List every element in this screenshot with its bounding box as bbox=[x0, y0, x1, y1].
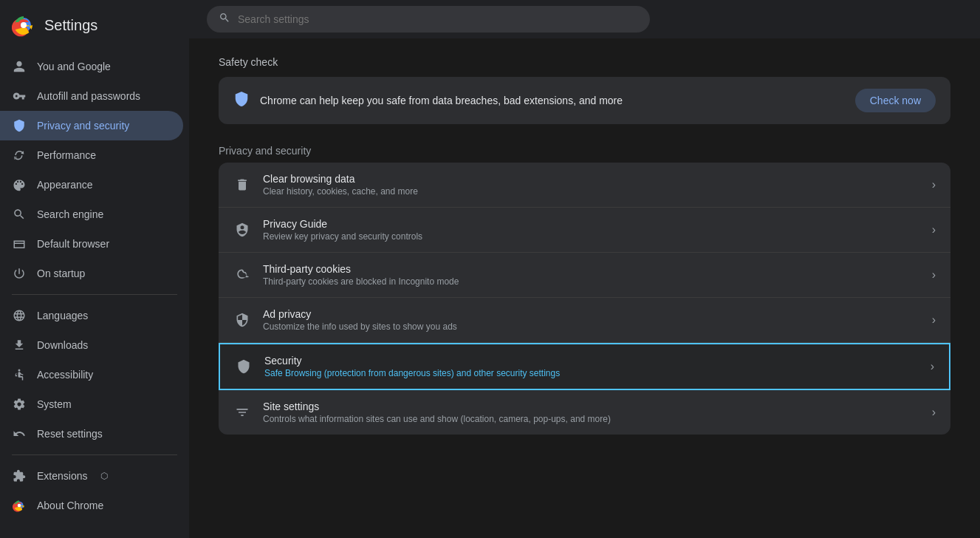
sidebar-item-label-extensions: Extensions bbox=[37, 470, 87, 482]
sidebar-item-on-startup[interactable]: On startup bbox=[0, 259, 183, 288]
sidebar-item-about-chrome[interactable]: About Chrome bbox=[0, 491, 183, 520]
sidebar-header: Settings bbox=[0, 6, 189, 52]
globe-icon bbox=[12, 308, 27, 323]
settings-item-site-settings[interactable]: Site settings Controls what information … bbox=[219, 390, 950, 435]
sidebar-item-languages[interactable]: Languages bbox=[0, 301, 183, 330]
clear-browsing-text: Clear browsing data Clear history, cooki… bbox=[263, 173, 920, 197]
security-shield-icon bbox=[235, 358, 253, 375]
sidebar-item-privacy-security[interactable]: Privacy and security bbox=[0, 111, 183, 140]
ad-privacy-desc: Customize the info used by sites to show… bbox=[263, 321, 920, 332]
sidebar: Settings You and Google Autofill and pas… bbox=[0, 0, 189, 538]
sidebar-item-downloads[interactable]: Downloads bbox=[0, 330, 183, 360]
site-settings-title: Site settings bbox=[263, 401, 920, 412]
performance-icon bbox=[12, 148, 27, 163]
settings-item-privacy-guide[interactable]: Privacy Guide Review key privacy and sec… bbox=[219, 208, 950, 253]
sidebar-divider-1 bbox=[12, 294, 177, 295]
privacy-security-section-title: Privacy and security bbox=[219, 145, 950, 157]
extensions-icon bbox=[12, 469, 27, 483]
settings-item-cookies[interactable]: Third-party cookies Third-party cookies … bbox=[219, 253, 950, 298]
cookies-title: Third-party cookies bbox=[263, 263, 920, 275]
sidebar-item-appearance[interactable]: Appearance bbox=[0, 170, 183, 200]
sidebar-item-extensions[interactable]: Extensions ⬡ bbox=[0, 461, 183, 491]
external-link-icon: ⬡ bbox=[100, 471, 108, 481]
clear-browsing-title: Clear browsing data bbox=[263, 173, 920, 185]
search-bar-container bbox=[189, 0, 980, 38]
search-icon bbox=[12, 207, 27, 222]
sidebar-item-label-system: System bbox=[37, 398, 72, 410]
sidebar-item-search-engine[interactable]: Search engine bbox=[0, 200, 183, 229]
chevron-right-icon-3: › bbox=[932, 268, 936, 282]
sidebar-item-autofill[interactable]: Autofill and passwords bbox=[0, 81, 183, 111]
chevron-right-icon-1: › bbox=[932, 178, 936, 191]
sidebar-item-label-browser: Default browser bbox=[37, 238, 109, 250]
sidebar-item-label-you-and-google: You and Google bbox=[37, 61, 111, 72]
sidebar-title: Settings bbox=[44, 17, 97, 34]
key-icon bbox=[12, 89, 27, 103]
safety-check-description: Chrome can help keep you safe from data … bbox=[260, 95, 623, 106]
reset-icon bbox=[12, 426, 27, 441]
site-settings-desc: Controls what information sites can use … bbox=[263, 414, 920, 424]
chevron-right-icon-6: › bbox=[932, 406, 936, 419]
privacy-guide-text: Privacy Guide Review key privacy and sec… bbox=[263, 218, 920, 242]
shield-active-icon bbox=[12, 118, 27, 133]
sidebar-item-reset-settings[interactable]: Reset settings bbox=[0, 419, 183, 449]
sidebar-item-accessibility[interactable]: Accessibility bbox=[0, 360, 183, 389]
settings-list: Clear browsing data Clear history, cooki… bbox=[219, 163, 950, 435]
content-area: Safety check Chrome can help keep you sa… bbox=[189, 38, 980, 452]
site-settings-text: Site settings Controls what information … bbox=[263, 401, 920, 424]
ad-privacy-text: Ad privacy Customize the info used by si… bbox=[263, 308, 920, 332]
chevron-right-icon-5: › bbox=[931, 360, 934, 373]
search-magnifier-icon bbox=[219, 12, 230, 27]
chrome-logo-icon bbox=[12, 13, 35, 37]
sidebar-item-label-startup: On startup bbox=[37, 268, 85, 279]
download-icon bbox=[12, 338, 27, 353]
privacy-guide-icon bbox=[233, 221, 251, 239]
safety-check-left: Chrome can help keep you safe from data … bbox=[233, 91, 623, 111]
sidebar-item-label-downloads: Downloads bbox=[37, 339, 88, 351]
sidebar-item-label-languages: Languages bbox=[37, 310, 88, 321]
browser-icon bbox=[12, 236, 27, 251]
sidebar-item-label-about: About Chrome bbox=[37, 500, 103, 511]
sidebar-item-label-reset: Reset settings bbox=[37, 428, 103, 440]
chevron-right-icon-2: › bbox=[932, 223, 936, 236]
search-bar[interactable] bbox=[207, 6, 650, 33]
security-text: Security Safe Browsing (protection from … bbox=[264, 355, 919, 378]
sidebar-item-system[interactable]: System bbox=[0, 389, 183, 419]
appearance-icon bbox=[12, 177, 27, 192]
search-input[interactable] bbox=[238, 13, 638, 25]
chevron-right-icon-4: › bbox=[932, 313, 936, 327]
sidebar-item-label-performance: Performance bbox=[37, 149, 96, 161]
person-icon bbox=[12, 59, 27, 74]
svg-point-1 bbox=[21, 22, 27, 28]
sidebar-item-performance[interactable]: Performance bbox=[0, 140, 183, 170]
settings-item-security[interactable]: Security Safe Browsing (protection from … bbox=[219, 343, 950, 390]
settings-item-ad-privacy[interactable]: Ad privacy Customize the info used by si… bbox=[219, 298, 950, 343]
privacy-guide-desc: Review key privacy and security controls bbox=[263, 231, 920, 242]
security-title: Security bbox=[264, 355, 919, 367]
system-icon bbox=[12, 397, 27, 412]
security-desc: Safe Browsing (protection from dangerous… bbox=[264, 368, 919, 378]
check-now-button[interactable]: Check now bbox=[855, 89, 936, 112]
sidebar-item-label-autofill: Autofill and passwords bbox=[37, 90, 140, 102]
site-settings-icon bbox=[233, 404, 251, 421]
sidebar-item-label-accessibility: Accessibility bbox=[37, 369, 93, 381]
trash-icon bbox=[233, 176, 251, 194]
cookies-text: Third-party cookies Third-party cookies … bbox=[263, 263, 920, 287]
privacy-guide-title: Privacy Guide bbox=[263, 218, 920, 230]
clear-browsing-desc: Clear history, cookies, cache, and more bbox=[263, 186, 920, 197]
sidebar-item-you-and-google[interactable]: You and Google bbox=[0, 52, 183, 81]
sidebar-item-label-privacy: Privacy and security bbox=[37, 120, 129, 132]
ad-privacy-title: Ad privacy bbox=[263, 308, 920, 320]
accessibility-icon bbox=[12, 367, 27, 382]
svg-point-2 bbox=[18, 370, 21, 372]
svg-point-4 bbox=[18, 504, 21, 508]
main-content: Safety check Chrome can help keep you sa… bbox=[189, 0, 980, 538]
sidebar-divider-2 bbox=[12, 454, 177, 455]
sidebar-item-default-browser[interactable]: Default browser bbox=[0, 229, 183, 259]
settings-item-clear-browsing[interactable]: Clear browsing data Clear history, cooki… bbox=[219, 163, 950, 208]
safety-check-card: Chrome can help keep you safe from data … bbox=[219, 77, 950, 124]
about-chrome-icon bbox=[12, 498, 27, 513]
ad-privacy-icon bbox=[233, 311, 251, 329]
sidebar-item-label-search: Search engine bbox=[37, 208, 103, 220]
startup-icon bbox=[12, 266, 27, 281]
